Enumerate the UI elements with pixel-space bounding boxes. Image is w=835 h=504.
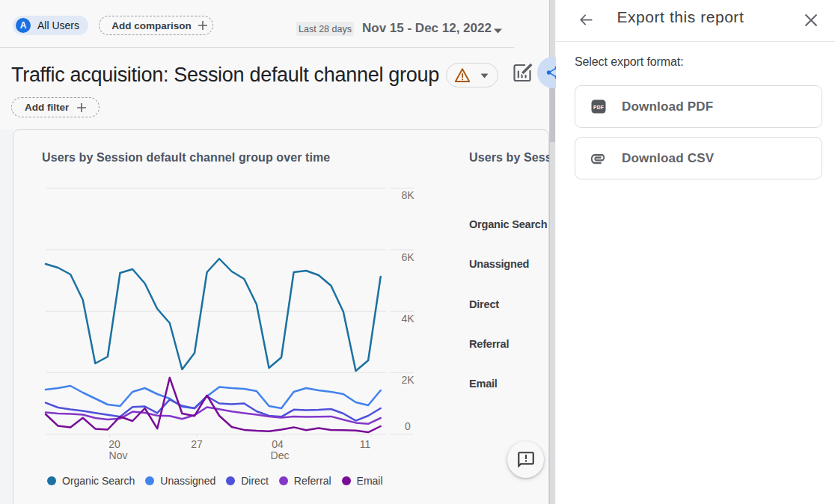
svg-text:4K: 4K	[401, 313, 415, 325]
svg-text:2K: 2K	[401, 374, 415, 386]
svg-text:0: 0	[405, 420, 411, 432]
svg-text:11: 11	[360, 438, 371, 450]
svg-text:PDF: PDF	[593, 105, 604, 110]
svg-text:6K: 6K	[401, 251, 415, 263]
svg-text:8K: 8K	[401, 189, 415, 201]
svg-text:Dec: Dec	[271, 449, 290, 461]
svg-text:27: 27	[191, 438, 203, 450]
svg-text:Nov: Nov	[109, 449, 128, 461]
